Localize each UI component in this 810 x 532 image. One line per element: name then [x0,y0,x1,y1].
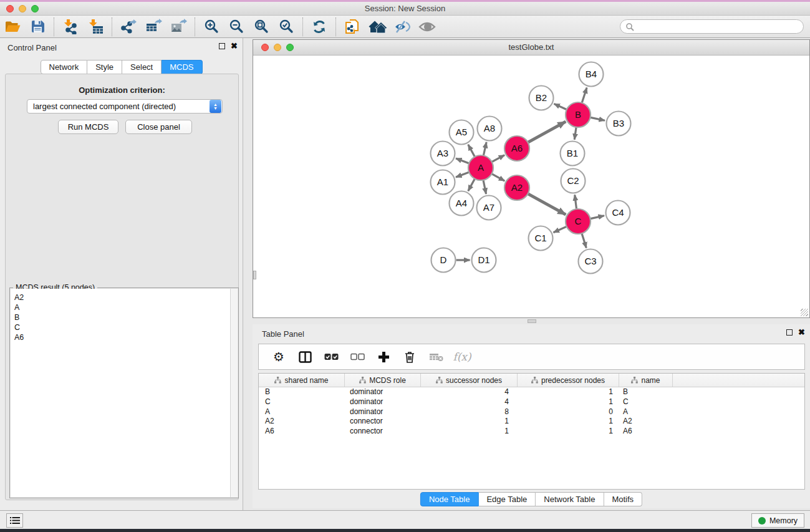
tab-style[interactable]: Style [87,60,122,74]
import-network-icon[interactable] [60,17,81,36]
search-field[interactable] [620,19,804,34]
zoom-in-icon[interactable] [201,17,222,36]
network-graph[interactable]: AA1A2A3A4A5A6A7A8BB1B2B3B4CC1C2C3C4DD1 [253,56,809,317]
export-network-icon[interactable] [118,17,139,36]
graph-edge-C-C2[interactable] [575,195,577,208]
close-network-window-button[interactable] [261,44,269,51]
result-list-scrollbar[interactable] [230,289,238,497]
graph-node-A2[interactable]: A2 [504,175,529,200]
refresh-icon[interactable] [309,17,330,36]
graph-edge-A-A2[interactable] [492,174,504,181]
graph-node-B2[interactable]: B2 [529,86,554,110]
graph-edge-B-B2[interactable] [554,104,566,109]
graph-node-C4[interactable]: C4 [606,201,630,225]
graph-node-A8[interactable]: A8 [478,117,502,141]
tab-mcds[interactable]: MCDS [162,60,202,74]
graph-node-C[interactable]: C [566,209,591,234]
minimize-network-window-button[interactable] [274,44,281,51]
table-row[interactable]: Cdominator41C [259,397,804,407]
close-panel-icon[interactable]: ✖ [231,42,238,50]
tab-motifs[interactable]: Motifs [604,492,642,506]
optimization-criterion-select[interactable]: largest connected component (directed) ▲… [27,99,223,114]
graph-node-B4[interactable]: B4 [579,62,604,87]
open-file-icon[interactable] [2,17,23,36]
graph-edge-B-B3[interactable] [591,117,605,120]
graph-edge-A-A7[interactable] [483,180,486,194]
mcds-result-item[interactable]: C [14,322,230,332]
zoom-window-button[interactable] [31,5,39,12]
memory-button[interactable]: Memory [751,513,804,528]
window-resize-grip[interactable] [801,309,808,316]
graph-edge-C-C3[interactable] [582,234,586,248]
graph-edge-B-B4[interactable] [582,87,587,102]
graph-node-D1[interactable]: D1 [472,248,496,273]
show-columns-icon[interactable] [296,348,314,365]
graph-edge-A-A4[interactable] [468,179,475,191]
deselect-all-icon[interactable] [349,348,366,365]
home-networks-icon[interactable] [367,17,388,36]
table-row[interactable]: A6connector11A6 [259,427,804,437]
zoom-selected-icon[interactable] [276,17,297,36]
column-header-predecessor-nodes[interactable]: predecessor nodes [518,374,619,387]
zoom-network-window-button[interactable] [286,44,294,51]
network-window-titlebar[interactable]: testGlobe.txt [253,40,809,56]
mcds-result-list[interactable]: A2ABCA6 [11,289,230,497]
graph-node-B3[interactable]: B3 [607,112,631,136]
close-window-button[interactable] [6,5,14,12]
graph-edge-A-A5[interactable] [468,145,475,157]
graph-node-B[interactable]: B [566,102,591,127]
graph-node-B1[interactable]: B1 [561,142,585,166]
mcds-result-item[interactable]: A6 [14,332,230,342]
graph-node-A6[interactable]: A6 [504,136,529,161]
graph-node-A5[interactable]: A5 [450,120,474,145]
graph-edge-A6-B[interactable] [528,122,566,142]
graph-edge-C-C1[interactable] [554,226,567,232]
duplicate-network-icon[interactable] [342,17,363,36]
float-table-panel-icon[interactable] [786,329,793,336]
graph-edge-A-A1[interactable] [456,172,469,177]
delete-column-icon[interactable] [401,348,418,365]
graph-node-A[interactable]: A [468,155,493,180]
graph-node-D[interactable]: D [432,248,456,273]
export-image-icon[interactable] [168,17,189,36]
column-header-shared-name[interactable]: shared name [259,374,345,387]
export-table-icon[interactable] [143,17,164,36]
task-history-button[interactable] [6,513,23,528]
search-input[interactable] [634,20,803,33]
graph-node-A1[interactable]: A1 [431,170,455,195]
add-column-icon[interactable] [375,348,392,365]
zoom-fit-icon[interactable] [251,17,272,36]
column-header-MCDS-role[interactable]: MCDS role [345,374,421,387]
mcds-result-item[interactable]: A [14,302,230,312]
table-row[interactable]: Adominator80A [259,407,804,417]
graph-edge-A-A3[interactable] [456,158,469,163]
tab-network[interactable]: Network [40,60,87,74]
close-table-panel-icon[interactable]: ✖ [798,329,805,336]
graph-node-A7[interactable]: A7 [477,196,501,220]
graph-edge-A-A6[interactable] [492,155,504,162]
graph-node-A4[interactable]: A4 [450,191,474,216]
column-header-name[interactable]: name [619,374,673,387]
select-all-icon[interactable] [322,348,340,365]
import-table-icon[interactable] [85,17,106,36]
canvas-splitter-handle[interactable] [253,271,256,279]
graph-node-C1[interactable]: C1 [529,226,553,251]
minimize-window-button[interactable] [19,5,26,12]
network-canvas[interactable]: AA1A2A3A4A5A6A7A8BB1B2B3B4CC1C2C3C4DD1 [253,56,809,317]
graph-edge-B-B1[interactable] [574,127,576,139]
graph-edge-A-A8[interactable] [483,142,486,155]
mcds-result-item[interactable]: B [14,312,230,322]
horizontal-splitter-handle[interactable] [528,319,536,323]
tab-edge-table[interactable]: Edge Table [478,492,536,506]
zoom-out-icon[interactable] [226,17,247,36]
tab-select[interactable]: Select [122,60,162,74]
graph-edge-C-C4[interactable] [591,216,604,219]
column-header-successor-nodes[interactable]: successor nodes [421,374,518,387]
save-session-icon[interactable] [27,17,48,36]
show-view-icon[interactable] [417,17,438,36]
run-mcds-button[interactable]: Run MCDS [58,120,118,134]
mcds-result-item[interactable]: A2 [14,293,230,302]
table-row[interactable]: A2connector11A2 [259,417,804,427]
graph-node-A3[interactable]: A3 [431,142,455,166]
float-panel-icon[interactable] [219,43,225,49]
